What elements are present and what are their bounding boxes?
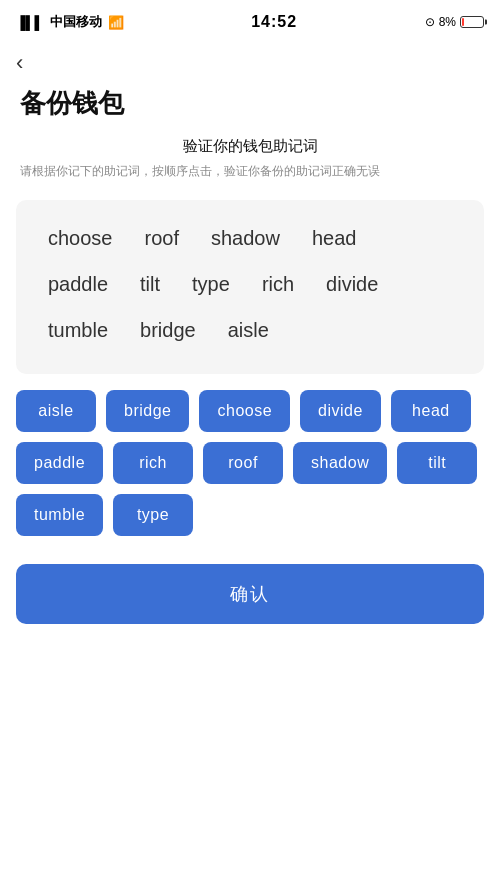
battery-percent: 8% bbox=[439, 15, 456, 29]
display-word-rich: rich bbox=[246, 266, 310, 302]
word-button-bridge[interactable]: bridge bbox=[106, 390, 189, 432]
word-display-box: choose roof shadow head paddle tilt type… bbox=[16, 200, 484, 374]
status-time: 14:52 bbox=[251, 13, 297, 31]
instruction-section: 验证你的钱包助记词 请根据你记下的助记词，按顺序点击，验证你备份的助记词正确无误 bbox=[0, 137, 500, 192]
word-buttons-section: aisle bridge choose divide head paddle r… bbox=[0, 390, 500, 564]
display-word-choose: choose bbox=[32, 220, 129, 256]
carrier-name: 中国移动 bbox=[50, 13, 102, 31]
display-word-divide: divide bbox=[310, 266, 394, 302]
display-word-bridge: bridge bbox=[124, 312, 212, 348]
nav-bar: ‹ bbox=[0, 44, 500, 78]
back-button[interactable]: ‹ bbox=[16, 52, 23, 74]
word-button-shadow[interactable]: shadow bbox=[293, 442, 387, 484]
word-button-head[interactable]: head bbox=[391, 390, 471, 432]
word-button-choose[interactable]: choose bbox=[199, 390, 290, 432]
word-button-divide[interactable]: divide bbox=[300, 390, 381, 432]
signal-bars-icon: ▐▌▌ bbox=[16, 15, 44, 30]
page-title: 备份钱包 bbox=[0, 78, 500, 137]
battery-fill bbox=[462, 18, 464, 26]
word-button-tilt[interactable]: tilt bbox=[397, 442, 477, 484]
display-word-type: type bbox=[176, 266, 246, 302]
status-carrier-signal: ▐▌▌ 中国移动 📶 bbox=[16, 13, 124, 31]
display-word-shadow: shadow bbox=[195, 220, 296, 256]
display-word-tilt: tilt bbox=[124, 266, 176, 302]
display-word-tumble: tumble bbox=[32, 312, 124, 348]
word-button-tumble[interactable]: tumble bbox=[16, 494, 103, 536]
display-word-aisle: aisle bbox=[212, 312, 285, 348]
word-button-rich[interactable]: rich bbox=[113, 442, 193, 484]
word-button-paddle[interactable]: paddle bbox=[16, 442, 103, 484]
charge-icon: ⊙ bbox=[425, 15, 435, 29]
word-button-roof[interactable]: roof bbox=[203, 442, 283, 484]
instruction-desc: 请根据你记下的助记词，按顺序点击，验证你备份的助记词正确无误 bbox=[20, 162, 480, 180]
confirm-button[interactable]: 确认 bbox=[16, 564, 484, 624]
word-button-aisle[interactable]: aisle bbox=[16, 390, 96, 432]
word-buttons-grid: aisle bridge choose divide head paddle r… bbox=[16, 390, 484, 536]
display-row-2: paddle tilt type rich divide bbox=[32, 266, 468, 302]
display-word-head: head bbox=[296, 220, 373, 256]
battery-icon bbox=[460, 16, 484, 28]
display-row-1: choose roof shadow head bbox=[32, 220, 468, 256]
display-word-paddle: paddle bbox=[32, 266, 124, 302]
display-word-roof: roof bbox=[129, 220, 195, 256]
wifi-icon: 📶 bbox=[108, 15, 124, 30]
status-right-icons: ⊙ 8% bbox=[425, 15, 484, 29]
instruction-title: 验证你的钱包助记词 bbox=[20, 137, 480, 156]
display-row-3: tumble bridge aisle bbox=[32, 312, 468, 348]
word-button-type[interactable]: type bbox=[113, 494, 193, 536]
status-bar: ▐▌▌ 中国移动 📶 14:52 ⊙ 8% bbox=[0, 0, 500, 44]
